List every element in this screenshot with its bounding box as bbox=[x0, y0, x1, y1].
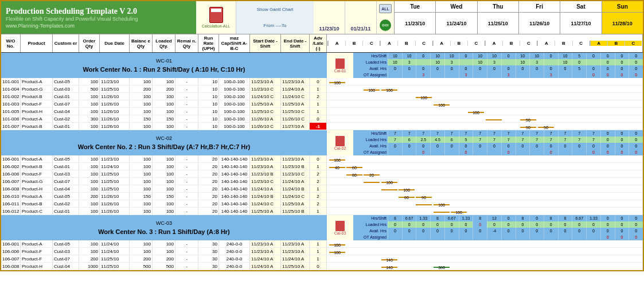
cell-sd: 11/24/10 A bbox=[250, 185, 281, 193]
gantt-bar[interactable]: 100 bbox=[468, 112, 484, 113]
gantt-bar[interactable]: 100 bbox=[329, 252, 345, 253]
data-row[interactable]: 106-008Product-HCust-0410011/25/10100100… bbox=[1, 185, 643, 193]
col-cust: Custom er bbox=[53, 34, 79, 52]
gantt-row: 50 bbox=[327, 115, 643, 123]
shift-hdr: A bbox=[537, 41, 555, 46]
all-button[interactable]: ALL bbox=[379, 4, 392, 13]
cell-cap: 240-0-0 bbox=[219, 240, 250, 248]
cell-sd: 11/23/10 C bbox=[250, 85, 281, 93]
cap-cell: 7 bbox=[516, 137, 530, 143]
cap-cell: 0 bbox=[600, 65, 615, 72]
cell-prod: Product-H bbox=[21, 263, 53, 270]
data-row[interactable]: 101-006Product-ACust-0230011/26/10150150… bbox=[1, 115, 643, 123]
wc-cal-button[interactable]: Cal-01 bbox=[327, 53, 353, 78]
data-row[interactable]: 101-003Product-FCust-0710011/26/10100100… bbox=[1, 100, 643, 108]
cap-cell: 0 bbox=[544, 143, 558, 149]
gantt-bar[interactable]: 140 bbox=[381, 259, 397, 260]
data-row[interactable]: 106-001Product-ACust-0510011/23/10100100… bbox=[1, 155, 643, 163]
data-row[interactable]: 106-008Product-HCust-04100011/25/1050050… bbox=[1, 263, 643, 270]
cap-cell: 0 bbox=[487, 221, 501, 228]
gantt-row: 100 bbox=[327, 200, 643, 208]
data-row[interactable]: 106-007Product-FCust-0720011/25/10200200… bbox=[1, 255, 643, 263]
gantt-bar[interactable]: 100 bbox=[434, 204, 450, 205]
gantt-bar[interactable]: 100 bbox=[329, 82, 345, 83]
gantt-bar[interactable]: 100 bbox=[329, 159, 345, 161]
data-row[interactable]: 101-002Product-BCust-0110011/26/10100100… bbox=[1, 93, 643, 100]
data-row[interactable]: 101-007Product-BCust-0110011/26/10100100… bbox=[1, 123, 643, 130]
gantt-bar[interactable]: 40 bbox=[329, 167, 345, 168]
cell-rate: 10 bbox=[198, 100, 219, 108]
gantt-bar[interactable]: 90 bbox=[416, 197, 432, 198]
cell-cust: Cust-03 bbox=[53, 170, 79, 178]
cap-cell: 0 bbox=[629, 72, 643, 78]
cell-oq: 200 bbox=[79, 193, 100, 200]
data-row[interactable]: 106-012Product-CCust-0110011/26/10100100… bbox=[1, 208, 643, 215]
cell-ed: 11/24/10 C bbox=[281, 93, 310, 100]
cell-ed: 11/25/10 C bbox=[281, 108, 310, 115]
cell-wo: 106-001 bbox=[1, 240, 21, 248]
gantt-bar[interactable]: 50 bbox=[538, 127, 554, 128]
gantt-bar[interactable]: 50 bbox=[520, 119, 536, 120]
cell-cap: 240-0-0 bbox=[219, 255, 250, 263]
cap-cell bbox=[529, 234, 544, 240]
gantt-bar[interactable]: 100 bbox=[451, 212, 467, 213]
gantt-bar[interactable]: 100 bbox=[381, 182, 397, 183]
data-row[interactable]: 101-005Product-HCust-0410011/26/10100100… bbox=[1, 108, 643, 115]
gantt-bar[interactable]: 80 bbox=[346, 174, 362, 176]
gantt-bar[interactable]: 20 bbox=[364, 174, 380, 176]
cap-cell: 0 bbox=[430, 65, 444, 72]
calc-button[interactable]: Calculation-ALL bbox=[196, 1, 236, 34]
gantt-bar[interactable]: 100 bbox=[329, 244, 345, 245]
go-button[interactable]: GO! bbox=[380, 20, 391, 31]
from-date[interactable]: 11/23/10 bbox=[314, 1, 345, 34]
cell-bal: 100 bbox=[130, 100, 153, 108]
gantt-bar[interactable]: 100 bbox=[416, 97, 432, 98]
gantt-bar[interactable]: 50 bbox=[520, 127, 536, 128]
data-row[interactable]: 106-001Product-ACust-0510011/24/10100100… bbox=[1, 240, 643, 248]
cell-adv: 2 bbox=[310, 193, 327, 200]
gantt-bar[interactable] bbox=[416, 204, 432, 205]
data-row[interactable]: 106-006Product-FCust-0310011/24/10100100… bbox=[1, 248, 643, 255]
gantt-bar[interactable] bbox=[381, 189, 397, 190]
gantt-bar[interactable]: 60 bbox=[346, 167, 362, 168]
shift-hdr: A bbox=[485, 41, 502, 46]
wc-cal-button[interactable]: Cal-02 bbox=[327, 130, 353, 155]
wc-cal-button[interactable]: Cal-03 bbox=[327, 215, 353, 240]
data-row[interactable]: 106-010Product-ACust-0520011/26/10150150… bbox=[1, 193, 643, 200]
day-name: Tue bbox=[395, 1, 435, 13]
cell-oq: 100 bbox=[79, 185, 100, 193]
data-row[interactable]: 106-011Product-BCust-0210011/26/10100100… bbox=[1, 200, 643, 208]
cell-cap: 140-140-140 bbox=[219, 185, 250, 193]
cap-cell: 0 bbox=[615, 149, 629, 155]
col-cap: maz Cap/Shift A-B-C bbox=[219, 34, 250, 52]
gantt-bar[interactable]: 100 bbox=[399, 189, 415, 190]
cell-rate: 10 bbox=[198, 85, 219, 93]
cell-bal: 100 bbox=[130, 185, 153, 193]
gantt-bar[interactable]: 100 bbox=[381, 89, 397, 91]
to-date[interactable]: 01/21/11 bbox=[345, 1, 377, 34]
cell-cust: Cust-03 bbox=[53, 85, 79, 93]
shift-hdr: C bbox=[625, 41, 642, 46]
data-row[interactable]: 101-004Product-GCust-0350011/25/10200200… bbox=[1, 85, 643, 93]
gantt-bar[interactable]: 60 bbox=[399, 197, 415, 198]
cap-cell: 8 bbox=[544, 215, 558, 221]
data-row[interactable]: 106-002Product-BCust-0110011/24/10100100… bbox=[1, 163, 643, 170]
data-row[interactable]: 106-006Product-FCust-0310011/25/10100100… bbox=[1, 170, 643, 178]
cap-cell: 0 bbox=[600, 149, 615, 155]
gantt-bar[interactable]: 100 bbox=[434, 104, 450, 106]
cell-cust: Cust-07 bbox=[53, 255, 79, 263]
cap-cell bbox=[558, 149, 572, 155]
gantt-bar[interactable]: 100 bbox=[364, 89, 380, 91]
shift-hdr: C bbox=[467, 41, 485, 46]
gantt-bar[interactable] bbox=[434, 212, 450, 213]
gantt-bar[interactable]: 140 bbox=[381, 267, 397, 268]
data-row[interactable]: 101-001Product-ACust-0510011/23/10100100… bbox=[1, 78, 643, 85]
cap-cell: 0 bbox=[529, 143, 544, 149]
gantt-bar[interactable] bbox=[364, 182, 380, 183]
data-row[interactable]: 106-007Product-GCust-0710011/25/10100100… bbox=[1, 178, 643, 185]
cell-sd: 11/24/10 C bbox=[250, 93, 281, 100]
cell-prod: Product-B bbox=[21, 93, 53, 100]
cap-cell: 0 bbox=[516, 228, 530, 234]
gantt-bar[interactable] bbox=[486, 119, 502, 120]
gantt-bar[interactable]: 360 bbox=[434, 267, 450, 268]
